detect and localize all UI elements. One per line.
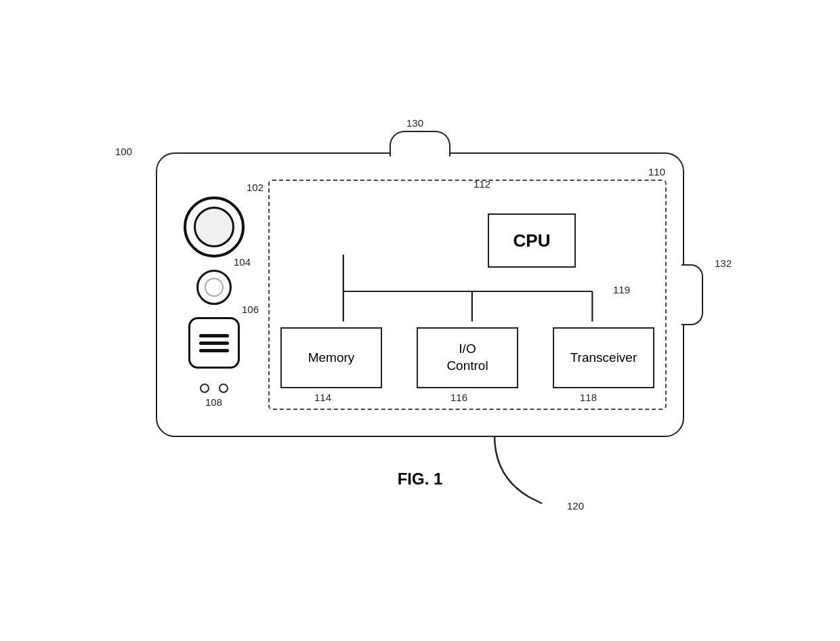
transceiver-box-container: Transceiver 118 bbox=[553, 327, 654, 388]
dial-small bbox=[196, 270, 232, 305]
left-panel: 102 104 106 bbox=[173, 197, 255, 393]
figure-caption: FIG. 1 bbox=[398, 470, 443, 489]
dial-large bbox=[184, 197, 245, 257]
ref-100: 100 bbox=[115, 146, 132, 157]
diagram-container: 100 130 132 120 102 bbox=[156, 152, 684, 489]
ref-118: 118 bbox=[580, 392, 597, 403]
module-line-1 bbox=[199, 334, 229, 337]
io-label: I/OControl bbox=[446, 341, 488, 374]
module-box-container: 106 bbox=[188, 317, 240, 369]
circuit-panel: 110 CPU 112 bbox=[268, 180, 667, 410]
transceiver-label: Transceiver bbox=[570, 350, 637, 367]
outer-wrapper: 100 130 132 120 102 bbox=[156, 152, 684, 437]
dial-small-inner bbox=[205, 278, 224, 297]
dot-1 bbox=[200, 384, 209, 393]
dial-large-inner bbox=[194, 207, 234, 247]
module-line-3 bbox=[199, 349, 229, 352]
handle-right bbox=[681, 264, 703, 325]
io-box-container: I/OControl 116 bbox=[417, 327, 518, 388]
transceiver-box: Transceiver bbox=[553, 327, 654, 388]
small-dial-container: 104 bbox=[196, 270, 232, 305]
ref-116: 116 bbox=[450, 392, 467, 403]
ref-130: 130 bbox=[406, 117, 423, 129]
ref-110: 110 bbox=[648, 166, 665, 178]
ref-106: 106 bbox=[242, 304, 259, 315]
ref-112: 112 bbox=[474, 178, 490, 190]
ref-102: 102 bbox=[247, 182, 264, 193]
memory-box-container: Memory 114 bbox=[280, 327, 382, 388]
ref-108: 108 bbox=[205, 396, 222, 408]
large-dial-container: 102 bbox=[184, 197, 245, 257]
bottom-boxes: Memory 114 I/OControl 116 Tr bbox=[280, 327, 654, 388]
device-body: 102 104 106 bbox=[156, 152, 684, 437]
dot-2 bbox=[219, 384, 228, 393]
handle-top bbox=[390, 131, 450, 157]
io-box: I/OControl bbox=[417, 327, 518, 388]
memory-box: Memory bbox=[280, 327, 382, 388]
module-line-2 bbox=[199, 342, 229, 345]
ref-114: 114 bbox=[314, 392, 331, 403]
memory-label: Memory bbox=[308, 350, 355, 367]
dots-container: 108 bbox=[200, 381, 228, 393]
dots-row bbox=[200, 384, 228, 393]
ref-119: 119 bbox=[613, 284, 630, 295]
module-box bbox=[188, 317, 240, 369]
cable-svg bbox=[454, 436, 603, 510]
ref-104: 104 bbox=[234, 256, 251, 268]
cpu-label: CPU bbox=[513, 230, 551, 251]
ref-132: 132 bbox=[715, 257, 732, 269]
cpu-box: CPU bbox=[488, 213, 576, 268]
